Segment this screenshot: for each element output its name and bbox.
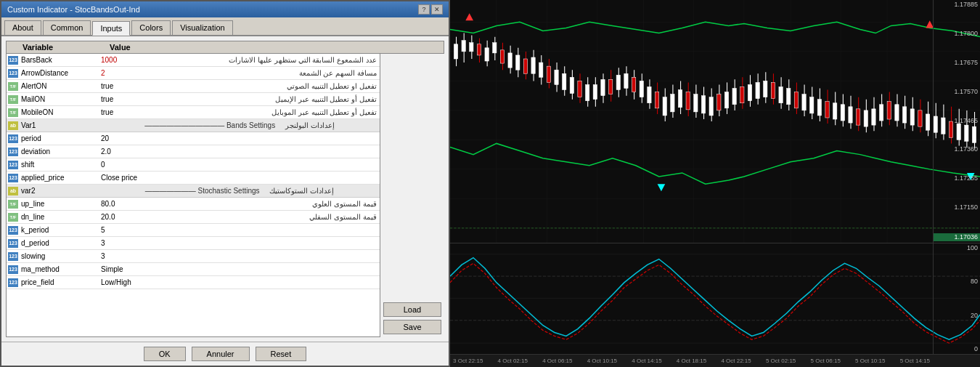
price-highlight: 1.17036 [934,233,980,241]
svg-rect-64 [624,73,628,88]
svg-rect-84 [701,96,705,113]
svg-rect-138 [910,109,914,125]
table-row[interactable]: 123 deviation 2.0 [7,145,380,158]
table-row[interactable]: T/F MailON true تفعيل أو تعطيل التنبيه ع… [7,93,380,106]
sub-price-80: 80 [934,278,980,285]
sub-chart-svg [450,243,980,354]
svg-rect-28 [485,48,489,61]
chart-area: 1.17885 1.17800 1.17675 1.17570 1.17465 … [450,0,980,367]
close-button[interactable]: ✕ [431,4,443,15]
svg-rect-132 [887,102,891,119]
icon-123: 123 [7,277,20,289]
time-axis: 3 Oct 22:15 4 Oct 02:15 4 Oct 06:15 4 Oc… [450,354,980,367]
table-row[interactable]: 123 d_period 3 [7,237,380,250]
icon-tf: T/F [7,107,20,118]
svg-rect-54 [585,84,589,100]
svg-rect-56 [593,84,597,99]
save-button[interactable]: Save [383,320,441,334]
price-2: 1.17800 [934,31,980,37]
svg-rect-30 [493,43,497,53]
svg-rect-36 [516,55,520,70]
icon-tf: T/F [7,198,20,210]
icon-123: 123 [7,172,20,184]
icon-123: 123 [7,133,20,145]
sub-chart: 100 80 20 0 [450,243,980,354]
table-row[interactable]: 123 ArrowDistance 2 مسافة السهم عن الشمع… [7,67,380,80]
table-row[interactable]: T/F MobileON true تفعيل أو تعطيل التنبيه… [7,106,380,119]
svg-rect-34 [508,53,512,68]
help-button[interactable]: ? [418,4,430,15]
svg-rect-52 [578,81,581,97]
svg-rect-58 [601,79,605,95]
svg-rect-108 [794,92,798,108]
dialog-body: Variable Value 123 BarsBack 1000 عدد الش… [1,36,449,342]
icon-123: 123 [7,146,20,158]
svg-rect-128 [872,109,875,125]
time-label-1: 3 Oct 22:15 [453,358,483,364]
svg-rect-82 [694,94,698,112]
table-row-separator: ab Var1 ——————————— Bands Settings إعداد… [7,119,380,132]
price-7: 1.17255 [934,175,980,182]
svg-rect-124 [856,109,859,125]
svg-rect-140 [918,110,922,126]
col-header-desc [182,43,441,52]
svg-rect-96 [748,84,751,100]
svg-rect-106 [787,89,791,105]
load-button[interactable]: Load [383,302,441,317]
svg-rect-40 [531,57,535,73]
tab-visualization[interactable]: Visualization [172,20,233,35]
table-row[interactable]: T/F dn_line 20.0 قيمة المستوى السفلي [7,211,380,224]
main-chart-svg [450,0,980,243]
svg-rect-136 [902,107,906,123]
table-row[interactable]: T/F up_line 80.0 قيمة المستوى العلوي [7,198,380,211]
titlebar-buttons: ? ✕ [418,4,443,15]
svg-rect-46 [555,70,558,84]
price-4: 1.17570 [934,89,980,95]
svg-rect-98 [756,82,759,98]
col-header-variable: Variable [23,43,110,52]
table-row[interactable]: 123 slowing 3 [7,250,380,263]
svg-rect-86 [709,97,713,116]
svg-rect-50 [570,77,573,93]
params-table[interactable]: 123 BarsBack 1000 عدد الشمعوع السابقة ال… [6,54,380,337]
price-axis: 1.17885 1.17800 1.17675 1.17570 1.17465 … [933,0,980,243]
svg-rect-88 [717,94,721,110]
tab-about[interactable]: About [4,20,41,35]
price-5: 1.17465 [934,118,980,124]
tab-common[interactable]: Common [43,20,91,35]
table-row[interactable]: T/F AlertON true تفعيل او تعطيل التنبيه … [7,80,380,93]
time-label-7: 4 Oct 22:15 [721,358,751,364]
table-row[interactable]: 123 price_field Low/High [7,276,380,289]
svg-rect-94 [740,86,744,102]
table-row[interactable]: 123 k_period 5 [7,224,380,237]
tab-colors[interactable]: Colors [131,20,171,35]
time-label-9: 5 Oct 06:15 [811,358,841,364]
svg-rect-66 [632,77,635,92]
time-label-3: 4 Oct 06:15 [542,358,572,364]
svg-rect-142 [926,114,929,130]
table-main: 123 BarsBack 1000 عدد الشمعوع السابقة ال… [6,54,380,337]
svg-rect-0 [450,0,980,243]
table-row[interactable]: 123 shift 0 [7,158,380,172]
tab-inputs[interactable]: Inputs [92,21,130,36]
svg-rect-60 [608,79,612,94]
table-row[interactable]: 123 BarsBack 1000 عدد الشمعوع السابقة ال… [7,54,380,67]
ok-button[interactable]: OK [144,347,186,361]
annuler-button[interactable]: Annuler [192,347,250,361]
svg-rect-116 [825,102,829,118]
side-buttons: Load Save [380,54,444,337]
svg-rect-130 [879,105,883,121]
table-row[interactable]: 123 ma_method Simple [7,263,380,276]
time-label-10: 5 Oct 10:15 [855,358,885,364]
svg-rect-100 [764,81,767,97]
price-8: 1.17150 [934,204,980,211]
table-row[interactable]: 123 period 20 [7,132,380,145]
time-label-6: 4 Oct 18:15 [677,358,706,364]
reset-button[interactable]: Reset [256,347,307,361]
svg-rect-92 [732,89,736,105]
table-row[interactable]: 123 applied_price Close price [7,172,380,185]
time-label-11: 5 Oct 14:15 [900,358,930,364]
time-labels: 3 Oct 22:15 4 Oct 02:15 4 Oct 06:15 4 Oc… [450,358,933,364]
col-header-value: Value [110,43,182,52]
icon-123: 123 [7,225,20,236]
